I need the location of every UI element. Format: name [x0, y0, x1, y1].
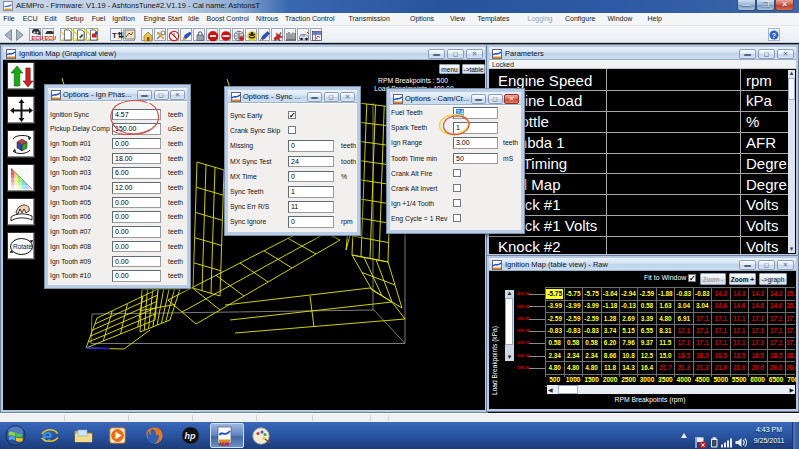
svg-text:ECU: ECU [45, 35, 57, 41]
svg-text:e: e [42, 426, 52, 446]
svg-text:ECU: ECU [32, 35, 44, 41]
svg-text:hp: hp [185, 431, 196, 441]
svg-text:Rotate: Rotate [13, 243, 33, 250]
svg-text:AEM: AEM [219, 442, 229, 447]
svg-text:T⇅: T⇅ [112, 31, 124, 40]
svg-text:?: ? [772, 32, 776, 39]
